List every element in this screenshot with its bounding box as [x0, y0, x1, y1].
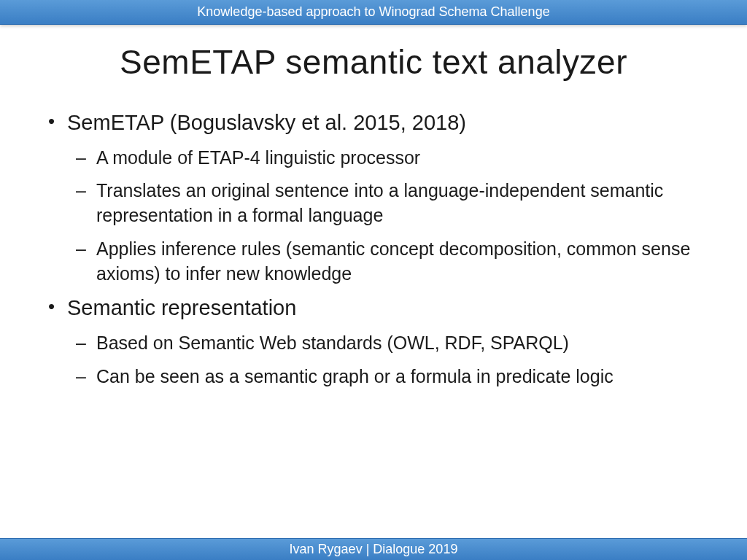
- bullet-text: Semantic representation: [67, 296, 296, 319]
- bullet-item: SemETAP (Boguslavsky et al. 2015, 2018) …: [44, 109, 703, 286]
- bullet-list: SemETAP (Boguslavsky et al. 2015, 2018) …: [44, 109, 703, 389]
- sub-bullet-item: Applies inference rules (semantic concep…: [67, 237, 703, 287]
- content-area: SemETAP (Boguslavsky et al. 2015, 2018) …: [0, 109, 747, 389]
- footer-bar: Ivan Rygaev | Dialogue 2019: [0, 538, 747, 560]
- sub-bullet-item: Based on Semantic Web standards (OWL, RD…: [67, 331, 703, 356]
- bullet-item: Semantic representation Based on Semanti…: [44, 295, 703, 389]
- header-bar: Knowledge-based approach to Winograd Sch…: [0, 0, 747, 25]
- sub-bullet-list: A module of ETAP-4 linguistic processor …: [67, 146, 703, 287]
- sub-bullet-item: A module of ETAP-4 linguistic processor: [67, 146, 703, 171]
- footer-text: Ivan Rygaev | Dialogue 2019: [290, 542, 458, 557]
- sub-bullet-item: Translates an original sentence into a l…: [67, 179, 703, 228]
- sub-bullet-list: Based on Semantic Web standards (OWL, RD…: [67, 331, 703, 389]
- header-text: Knowledge-based approach to Winograd Sch…: [197, 4, 549, 20]
- slide-title: SemETAP semantic text analyzer: [0, 42, 747, 82]
- bullet-text: SemETAP (Boguslavsky et al. 2015, 2018): [67, 111, 466, 134]
- sub-bullet-item: Can be seen as a semantic graph or a for…: [67, 365, 703, 389]
